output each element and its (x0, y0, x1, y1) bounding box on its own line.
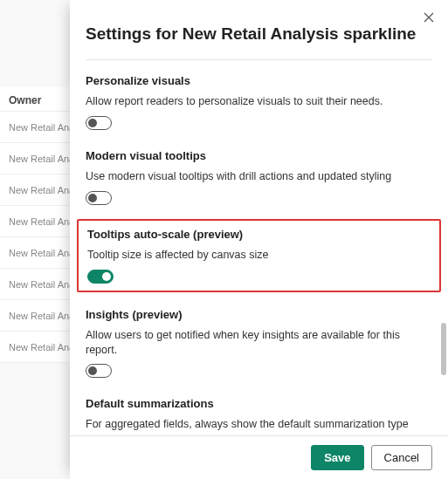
panel-title: Settings for New Retail Analysis sparkli… (86, 24, 432, 44)
personalize-visuals-toggle[interactable] (86, 116, 112, 130)
section-title: Default summarizations (86, 397, 432, 410)
section-tooltips-autoscale: Tooltips auto-scale (preview) Tooltip si… (87, 228, 431, 284)
section-title: Modern visual tooltips (86, 149, 432, 162)
section-insights: Insights (preview) Allow users to get no… (86, 299, 432, 389)
section-description: Allow report readers to personalize visu… (86, 94, 432, 109)
section-title: Insights (preview) (86, 308, 432, 321)
list-item[interactable]: New Retail Ana (0, 112, 70, 143)
list-item[interactable]: New Retail Ana (0, 300, 70, 332)
list-item[interactable]: New Retail Ana (0, 237, 70, 269)
section-description: Allow users to get notified when key ins… (86, 328, 432, 358)
section-default-summarizations: Default summarizations For aggregated fi… (86, 388, 432, 435)
section-description: For aggregated fields, always show the d… (86, 417, 432, 432)
panel-body: Personalize visuals Allow report readers… (70, 60, 448, 435)
panel-footer: Save Cancel (70, 435, 448, 479)
section-description: Use modern visual tooltips with drill ac… (86, 169, 432, 184)
section-title: Personalize visuals (86, 74, 432, 87)
section-modern-tooltips: Modern visual tooltips Use modern visual… (86, 140, 432, 216)
section-title: Tooltips auto-scale (preview) (87, 228, 431, 241)
bg-column-header[interactable]: Owner (0, 87, 70, 112)
modern-tooltips-toggle[interactable] (86, 191, 112, 205)
list-item[interactable]: New Retail Ana (0, 143, 70, 174)
background-list: Owner New Retail Ana New Retail Ana New … (0, 0, 70, 479)
settings-panel: Settings for New Retail Analysis sparkli… (70, 0, 448, 479)
insights-toggle[interactable] (86, 364, 112, 378)
close-icon[interactable] (418, 7, 439, 28)
list-item[interactable]: New Retail Ana (0, 269, 70, 300)
cancel-button[interactable]: Cancel (371, 445, 432, 470)
tooltips-autoscale-toggle[interactable] (87, 270, 114, 284)
section-description: Tooltip size is affected by canvas size (87, 248, 431, 263)
list-item[interactable]: New Retail Ana (0, 174, 70, 206)
scrollbar-thumb[interactable] (441, 323, 446, 375)
save-button[interactable]: Save (311, 445, 363, 470)
panel-header: Settings for New Retail Analysis sparkli… (70, 0, 448, 59)
highlight-box: Tooltips auto-scale (preview) Tooltip si… (77, 219, 441, 292)
section-personalize-visuals: Personalize visuals Allow report readers… (86, 65, 432, 140)
list-item[interactable]: New Retail Ana (0, 206, 70, 237)
list-item[interactable]: New Retail Ana (0, 332, 70, 363)
